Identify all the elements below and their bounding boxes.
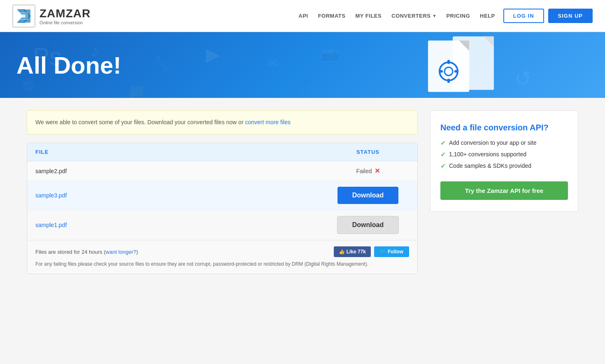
check-icon-2: ✓ — [440, 151, 446, 158]
col-file-header: FILE — [35, 149, 327, 155]
row-status-download-blue: Download — [327, 187, 409, 204]
file-table: FILE STATUS sample2.pdf Failed ✕ sample3… — [27, 143, 418, 274]
svg-marker-3 — [21, 14, 26, 18]
svg-text:📷: 📷 — [321, 45, 339, 63]
row-status-download-gray: Download — [327, 216, 409, 234]
svg-rect-21 — [447, 60, 450, 64]
site-header: ZAMZAR Online file conversion API FORMAT… — [0, 0, 605, 32]
footer-warning-text: For any failing files please check your … — [35, 260, 409, 268]
api-feature-3: ✓ Code samples & SDKs provided — [440, 162, 568, 170]
social-buttons: 👍 Like 77k 🐦 Follow — [334, 246, 409, 257]
auth-buttons: LOG IN SIGN UP — [503, 9, 593, 23]
api-cta-button[interactable]: Try the Zamzar API for free — [440, 181, 568, 200]
failed-x-icon: ✕ — [375, 167, 380, 175]
table-header: FILE STATUS — [27, 143, 417, 161]
api-feature-text-3: Code samples & SDKs provided — [449, 162, 531, 169]
svg-text:▶: ▶ — [206, 44, 220, 65]
twitter-follow-button[interactable]: 🐦 Follow — [374, 246, 409, 257]
filename-sample1[interactable]: sample1.pdf — [35, 222, 327, 228]
download-blue-button[interactable]: Download — [337, 187, 398, 204]
nav-converters-link[interactable]: CONVERTERS — [391, 13, 430, 19]
login-button[interactable]: LOG IN — [503, 9, 544, 23]
api-card: Need a file conversion API? ✓ Add conver… — [430, 110, 578, 212]
left-panel: We were able to convert some of your fil… — [27, 110, 418, 274]
api-feature-2: ✓ 1,100+ conversions supported — [440, 151, 568, 158]
right-panel: Need a file conversion API? ✓ Add conver… — [430, 110, 578, 212]
svg-text:📁: 📁 — [128, 82, 146, 98]
col-status-header: STATUS — [327, 149, 409, 155]
hero-file-graphic — [420, 35, 502, 96]
api-feature-text-2: 1,100+ conversions supported — [449, 151, 526, 158]
nav-pricing[interactable]: PRICING — [446, 13, 470, 19]
alert-text: We were able to convert some of your fil… — [35, 119, 245, 125]
logo-icon — [12, 5, 35, 28]
table-row: sample3.pdf Download — [27, 181, 417, 210]
want-longer-link[interactable]: want longer? — [106, 249, 136, 255]
thumbs-up-icon: 👍 — [339, 249, 345, 255]
svg-rect-22 — [447, 79, 450, 83]
api-feature-text-1: Add conversion to your app or site — [449, 139, 536, 146]
svg-text:🔍: 🔍 — [21, 78, 41, 98]
svg-text:✉: ✉ — [268, 56, 278, 70]
logo-link[interactable]: ZAMZAR Online file conversion — [12, 5, 91, 28]
facebook-like-button[interactable]: 👍 Like 77k — [334, 246, 371, 257]
table-row: sample1.pdf Download — [27, 210, 417, 240]
status-failed-text: Failed — [356, 168, 372, 174]
nav-help[interactable]: HELP — [480, 13, 495, 19]
row-status-failed: Failed ✕ — [327, 167, 409, 175]
svg-rect-24 — [439, 70, 443, 73]
like-count: Like 77k — [347, 249, 366, 255]
main-content: We were able to convert some of your fil… — [14, 98, 591, 286]
table-footer: Files are stored for 24 hours (want long… — [27, 240, 417, 274]
alert-box: We were able to convert some of your fil… — [27, 110, 418, 134]
chevron-down-icon: ▼ — [433, 14, 437, 18]
nav-formats[interactable]: FORMATS — [318, 13, 346, 19]
signup-button[interactable]: SIGN UP — [548, 9, 593, 23]
svg-text:↺: ↺ — [514, 67, 532, 90]
hero-title: All Done! — [16, 51, 121, 79]
convert-more-link[interactable]: convert more files — [245, 119, 290, 125]
svg-rect-23 — [454, 70, 458, 73]
svg-rect-17 — [428, 41, 469, 92]
hero-banner: Ps ♪ 🔧 ▶ ✉ 📷 🔍 📁 🎵 📂 ↺ — [0, 32, 605, 98]
check-icon-1: ✓ — [440, 139, 446, 147]
logo-text: ZAMZAR Online file conversion — [40, 7, 91, 25]
storage-text: Files are stored for 24 hours (want long… — [35, 249, 138, 255]
main-nav: API FORMATS MY FILES CONVERTERS ▼ PRICIN… — [299, 13, 495, 19]
footer-info-top: Files are stored for 24 hours (want long… — [35, 246, 409, 257]
download-gray-button[interactable]: Download — [337, 216, 399, 234]
svg-text:🎵: 🎵 — [292, 78, 313, 98]
nav-api[interactable]: API — [299, 13, 308, 19]
logo-name: ZAMZAR — [40, 7, 91, 20]
svg-text:🔧: 🔧 — [152, 56, 170, 73]
logo-subtitle: Online file conversion — [40, 20, 91, 25]
table-row: sample2.pdf Failed ✕ — [27, 161, 417, 181]
filename-sample2: sample2.pdf — [35, 168, 327, 174]
filename-sample3[interactable]: sample3.pdf — [35, 192, 327, 199]
twitter-icon: 🐦 — [380, 249, 386, 255]
follow-label: Follow — [388, 249, 403, 255]
check-icon-3: ✓ — [440, 162, 446, 170]
api-feature-1: ✓ Add conversion to your app or site — [440, 139, 568, 147]
api-card-title: Need a file conversion API? — [440, 122, 568, 133]
nav-my-files[interactable]: MY FILES — [355, 13, 382, 19]
nav-converters[interactable]: CONVERTERS ▼ — [391, 13, 436, 19]
